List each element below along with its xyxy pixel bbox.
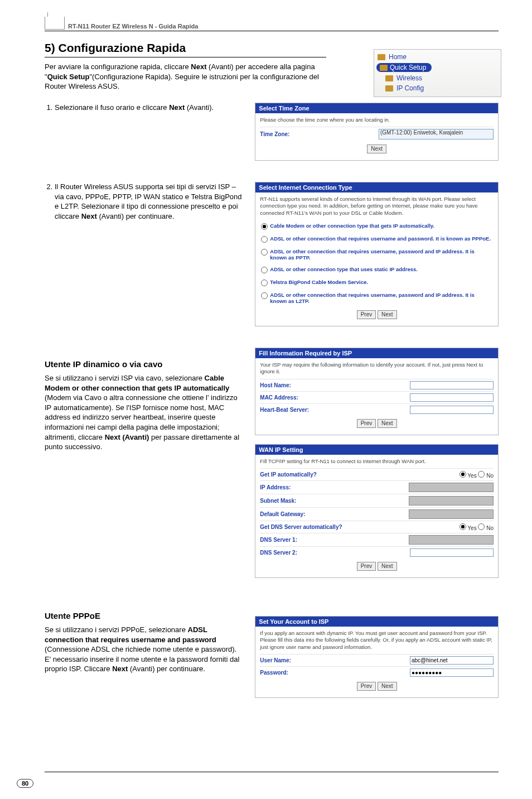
- footer-line: [45, 772, 499, 772]
- host-name-field[interactable]: [410, 381, 494, 389]
- nav-ip-config[interactable]: IP Config: [378, 83, 497, 93]
- username-field[interactable]: [410, 656, 494, 665]
- conn-opt-static[interactable]: ADSL or other connection type that uses …: [260, 263, 494, 276]
- radio-icon[interactable]: [478, 471, 485, 478]
- page-header: RT-N11 Router EZ Wireless N - Guida Rapi…: [45, 17, 499, 31]
- conn-prev-button[interactable]: Prev: [357, 310, 376, 319]
- radio-icon: [261, 267, 268, 273]
- isp-prev-button[interactable]: Prev: [357, 419, 376, 428]
- nav-home[interactable]: Home: [378, 52, 497, 62]
- folder-icon: [378, 54, 385, 60]
- section-title: 5) Configurazione Rapida: [45, 41, 326, 57]
- wan-prev-button[interactable]: Prev: [357, 562, 376, 571]
- nav-tree: Home Quick Setup Wireless IP Config: [374, 49, 501, 97]
- radio-icon[interactable]: [460, 471, 466, 478]
- password-field[interactable]: [410, 668, 494, 677]
- step-1: Selezionare il fuso orario e cliccare Ne…: [55, 103, 244, 113]
- tz-next-button[interactable]: Next: [367, 145, 386, 153]
- logo-icon: [45, 17, 65, 30]
- dyn-head: Utente IP dinamico o via cavo: [45, 359, 244, 370]
- mac-field[interactable]: [410, 393, 494, 402]
- heartbeat-field[interactable]: [410, 406, 494, 414]
- pppoe-head: Utente PPPoE: [45, 610, 244, 622]
- step-2: Il Router Wireless ASUS supporta sei tip…: [55, 182, 244, 221]
- radio-icon: [261, 249, 268, 256]
- folder-icon: [385, 75, 393, 81]
- footer: 80: [17, 778, 33, 788]
- conn-opt-pppoe[interactable]: ADSL or other connection that requires u…: [260, 233, 494, 246]
- header-text: RT-N11 Router EZ Wireless N - Guida Rapi…: [68, 23, 198, 30]
- folder-icon: [385, 85, 393, 92]
- panel-connection-type: Select Internet Connection Type RT-N11 s…: [255, 182, 499, 326]
- wan-next-button[interactable]: Next: [378, 562, 397, 571]
- conn-opt-l2tp[interactable]: ADSL or other connection that requires u…: [260, 289, 494, 307]
- radio-icon: [261, 292, 268, 299]
- conn-opt-cable[interactable]: Cable Modem or other connection type tha…: [260, 220, 494, 233]
- intro-text: Per avviare la configurazione rapida, cl…: [45, 62, 326, 92]
- nav-quick-setup[interactable]: Quick Setup: [378, 62, 497, 73]
- conn-opt-bigpond[interactable]: Telstra BigPond Cable Modem Service.: [260, 276, 494, 289]
- gw-field: [409, 509, 494, 519]
- folder-icon: [380, 65, 388, 71]
- panel-isp-info: Fill Information Required by ISP Your IS…: [255, 348, 499, 435]
- ip-field: [409, 483, 494, 492]
- page-number: 80: [17, 779, 33, 788]
- pppoe-body: Se si utilizzano i servizi PPPoE, selezi…: [45, 625, 244, 674]
- acc-prev-button[interactable]: Prev: [357, 682, 376, 691]
- radio-icon[interactable]: [478, 523, 485, 530]
- dns1-field: [409, 535, 494, 545]
- radio-icon: [261, 223, 268, 230]
- mask-field: [409, 496, 494, 506]
- acc-next-button[interactable]: Next: [378, 682, 397, 691]
- conn-next-button[interactable]: Next: [378, 310, 397, 319]
- time-zone-select[interactable]: (GMT-12:00) Eniwetok, Kwajalein: [379, 129, 494, 139]
- dns2-field[interactable]: [410, 548, 494, 557]
- panel-wan-ip: WAN IP Setting Fill TCP/IP setting for R…: [255, 444, 499, 578]
- nav-wireless[interactable]: Wireless: [378, 73, 497, 83]
- isp-next-button[interactable]: Next: [378, 419, 397, 428]
- conn-opt-pptp[interactable]: ADSL or other connection that requires u…: [260, 246, 494, 263]
- radio-icon: [261, 280, 268, 286]
- panel-time-zone: Select Time Zone Please choose the time …: [255, 103, 499, 161]
- radio-icon: [261, 236, 268, 243]
- radio-icon[interactable]: [460, 523, 466, 530]
- panel-account: Set Your Account to ISP If you apply an …: [255, 616, 499, 698]
- dyn-body: Se si utilizzano i servizi ISP via cavo,…: [45, 373, 244, 451]
